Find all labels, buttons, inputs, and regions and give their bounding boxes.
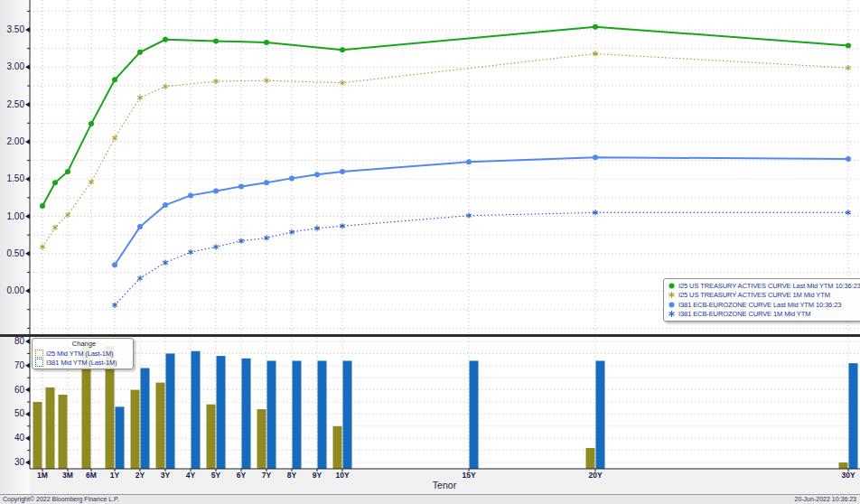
x-tick-label: 30Y	[837, 471, 860, 480]
panel-separator	[0, 334, 860, 337]
bottom-y-tick-label: 60	[0, 386, 24, 395]
change-legend-item-label: I381 Mid YTM (Last-1M)	[46, 359, 117, 367]
bar-swatch-icon	[35, 359, 43, 367]
top-y-tick-label: 0.00	[0, 286, 24, 295]
legend-item-label: I25 US TREASURY ACTIVES CURVE 1M Mid YTM	[678, 291, 830, 299]
dot-marker-icon	[668, 282, 676, 290]
legend-item: I25 US TREASURY ACTIVES CURVE 1M Mid YTM	[668, 291, 860, 301]
chart-canvas	[0, 0, 860, 494]
x-tick-label: 20Y	[584, 471, 607, 480]
top-y-tick-label: 2.50	[0, 100, 24, 109]
bottom-y-tick-label: 30	[0, 458, 24, 467]
x-tick-label: 5Y	[204, 471, 228, 480]
bar-series	[33, 346, 848, 469]
top-y-tick-label: 1.00	[0, 212, 24, 221]
x-tick-label: 8Y	[280, 471, 304, 480]
x-tick-label: 2Y	[128, 471, 152, 480]
bottom-y-tick-label: 40	[0, 434, 24, 443]
x-tick-label: 1M	[31, 471, 54, 480]
legend-item-label: I381 ECB-EUROZONE CURVE 1M Mid YTM	[678, 310, 810, 318]
x-tick-label: 6Y	[229, 471, 253, 480]
x-tick-label: 15Y	[457, 471, 481, 480]
legend-item-label: I381 ECB-EUROZONE CURVE Last Mid YTM 10:…	[678, 301, 841, 309]
bloomberg-chart-window: 0.000.501.001.502.002.503.003.50 3040506…	[0, 0, 860, 504]
x-axis-title: Tenor	[408, 480, 481, 490]
x-tick-label: 3Y	[154, 471, 177, 480]
x-tick-label: 6M	[79, 471, 103, 480]
copyright-text: Copyright© 2022 Bloomberg Finance L.P.	[3, 496, 119, 502]
bar-series	[116, 351, 858, 469]
bottom-y-tick-label: 80	[0, 337, 24, 346]
bar-swatch-icon	[35, 350, 43, 358]
x-tick-label: 9Y	[305, 471, 329, 480]
x-tick-label: 3M	[56, 471, 79, 480]
bottom-y-tick-label: 70	[0, 361, 24, 370]
legend-item: I381 ECB-EUROZONE CURVE 1M Mid YTM	[668, 310, 860, 320]
top-y-tick-label: 3.50	[0, 25, 24, 34]
top-y-tick-label: 3.00	[0, 62, 24, 71]
legend-item: I25 US TREASURY ACTIVES CURVE Last Mid Y…	[668, 281, 860, 291]
gridlines	[30, 0, 860, 469]
x-tick-label: 10Y	[331, 471, 354, 480]
legend-item: I381 ECB-EUROZONE CURVE Last Mid YTM 10:…	[668, 300, 860, 310]
top-y-tick-label: 0.50	[0, 249, 24, 258]
timestamp-text: 20-Jun-2022 10:36:23	[795, 496, 857, 502]
change-legend-title: Change	[35, 340, 133, 349]
line-series	[112, 154, 851, 267]
axes	[25, 0, 860, 471]
star-marker-icon	[668, 291, 676, 299]
change-legend-item-label: I25 Mid YTM (Last-1M)	[46, 350, 113, 358]
legend-item-label: I25 US TREASURY ACTIVES CURVE Last Mid Y…	[678, 282, 860, 290]
status-bar: Copyright© 2022 Bloomberg Finance L.P. 2…	[0, 494, 860, 504]
change-legend-item: I381 Mid YTM (Last-1M)	[35, 358, 133, 367]
x-tick-label: 7Y	[255, 471, 278, 480]
change-legend-item: I25 Mid YTM (Last-1M)	[35, 349, 133, 358]
x-tick-label: 4Y	[179, 471, 202, 480]
top-y-tick-label: 1.50	[0, 174, 24, 183]
bottom-y-tick-label: 50	[0, 409, 24, 418]
top-y-tick-label: 2.00	[0, 137, 24, 146]
star-marker-icon	[668, 310, 676, 318]
line-series	[40, 51, 850, 249]
curve-legend[interactable]: I25 US TREASURY ACTIVES CURVE Last Mid Y…	[663, 278, 860, 322]
x-tick-label: 1Y	[103, 471, 126, 480]
line-series	[40, 24, 851, 209]
dot-marker-icon	[668, 301, 676, 309]
change-legend[interactable]: Change I25 Mid YTM (Last-1M)I381 Mid YTM…	[32, 338, 134, 369]
